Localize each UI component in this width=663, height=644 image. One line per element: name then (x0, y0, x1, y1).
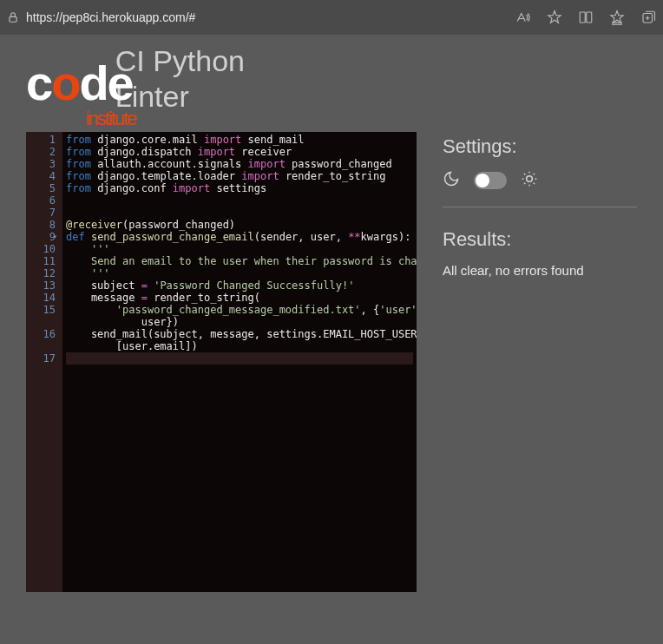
svg-rect-1 (580, 12, 585, 23)
collections-icon[interactable] (640, 10, 656, 25)
logo-part-2: de (79, 56, 132, 110)
browser-address-bar: https://pep8ci.herokuapp.com/# (0, 0, 663, 35)
url-text[interactable]: https://pep8ci.herokuapp.com/# (26, 10, 509, 24)
logo: code institute (26, 59, 133, 108)
code-area[interactable]: from django.core.mail import send_mailfr… (62, 132, 417, 592)
logo-part-1: c (26, 56, 51, 110)
favorites-list-icon[interactable] (609, 10, 625, 25)
svg-rect-0 (10, 16, 16, 22)
svg-rect-2 (587, 12, 592, 23)
logo-subtitle: institute (86, 109, 136, 128)
read-aloud-icon[interactable] (515, 10, 531, 25)
page-header: code institute CI Python Linter (0, 35, 663, 123)
sidebar: Settings: Results: All clear, no errors … (443, 132, 637, 592)
theme-toggle[interactable] (474, 172, 507, 189)
page-title: CI Python Linter (115, 43, 245, 115)
svg-line-15 (524, 182, 525, 183)
main-content: 123456789101112131415 16 17 from django.… (0, 132, 663, 592)
results-heading: Results: (443, 228, 637, 251)
results-text: All clear, no errors found (443, 263, 637, 278)
settings-row (443, 170, 637, 207)
svg-point-8 (527, 175, 533, 181)
browser-actions (515, 10, 656, 25)
code-editor[interactable]: 123456789101112131415 16 17 from django.… (26, 132, 417, 592)
settings-heading: Settings: (443, 135, 637, 158)
favorite-icon[interactable] (547, 10, 562, 25)
svg-line-16 (534, 174, 535, 174)
svg-line-12 (534, 182, 535, 183)
svg-line-11 (524, 174, 525, 174)
moon-icon (443, 170, 460, 191)
line-gutter: 123456789101112131415 16 17 (26, 132, 62, 592)
sun-icon (521, 170, 538, 191)
lock-icon (7, 11, 19, 23)
split-screen-icon[interactable] (578, 10, 594, 25)
logo-part-o: o (51, 59, 79, 108)
